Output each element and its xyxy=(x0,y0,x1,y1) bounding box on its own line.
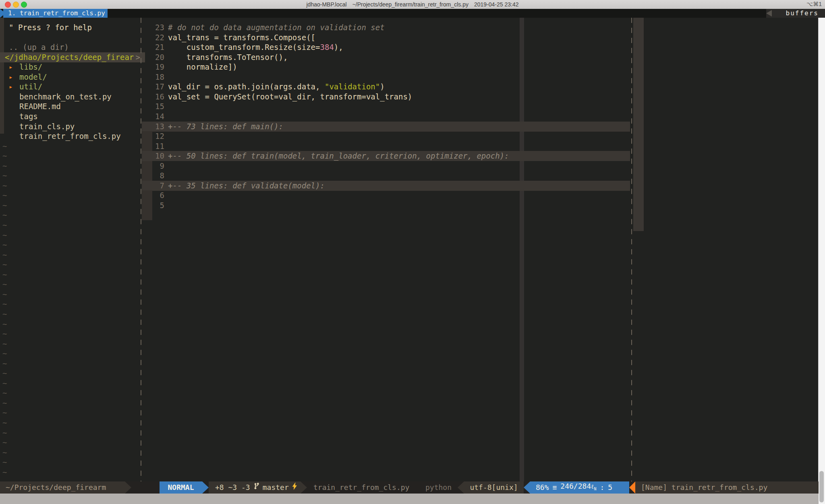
code-line[interactable]: 18 xyxy=(142,72,630,82)
code-window[interactable]: 23# do not do data augmentation on valid… xyxy=(142,18,630,481)
terminal-scrollbar[interactable] xyxy=(818,18,825,504)
code-text: normalize]) xyxy=(168,62,237,72)
buffers-label: buffers xyxy=(786,9,819,18)
code-fold-line[interactable]: 10+-- 50 lines: def train(model, train_l… xyxy=(142,151,630,161)
empty-line-tilde: ~ xyxy=(0,171,143,181)
nerdtree-dir-item[interactable]: ▸model/ xyxy=(0,72,160,82)
sign-column-cell xyxy=(142,112,152,122)
code-line[interactable]: 15 xyxy=(142,101,630,112)
gutter: 20 xyxy=(142,52,164,62)
code-fold-line[interactable]: 7+-- 35 lines: def validate(model): xyxy=(142,181,630,191)
line-number: 8 xyxy=(152,171,164,181)
empty-line-tilde: ~ xyxy=(0,418,143,428)
gutter: 23 xyxy=(142,23,164,33)
nerdtree-file-item[interactable]: README.md xyxy=(0,101,160,112)
close-window-button[interactable] xyxy=(5,2,11,8)
code-line[interactable] xyxy=(142,210,630,220)
code-text: +-- 35 lines: def validate(model): xyxy=(168,181,325,191)
tab-train-retr-from-cls[interactable]: 1. train_retr_from_cls.py xyxy=(3,9,108,18)
code-line[interactable]: 22val_trans = transforms.Compose([ xyxy=(142,33,630,43)
scroll-percent: 86% xyxy=(536,481,549,494)
window-separator-right[interactable] xyxy=(631,18,632,481)
empty-line-tilde: ~ xyxy=(0,359,143,369)
code-line[interactable]: 12 xyxy=(142,131,630,141)
nerdtree-file-item[interactable]: benchmark_on_test.py xyxy=(0,92,160,102)
sign-column-cell xyxy=(142,82,152,92)
zoom-window-button[interactable] xyxy=(21,2,27,8)
code-line[interactable]: 23# do not do data augmentation on valid… xyxy=(142,23,630,33)
buffers-indicator: buffers xyxy=(766,9,825,18)
col-separator: : xyxy=(600,481,604,494)
folder-collapsed-icon[interactable]: ▸ xyxy=(9,82,13,92)
line-number: 21 xyxy=(152,42,164,52)
statusline-position-segment: 86% ≡ 246/284ℓN : 5 xyxy=(530,481,629,494)
empty-line-tilde: ~ xyxy=(0,438,143,448)
gutter: 22 xyxy=(142,33,164,43)
gutter: 11 xyxy=(142,141,164,151)
plain-code: ), xyxy=(334,43,343,52)
code-line[interactable]: 16val_set = QuerySet(root=val_dir, trans… xyxy=(142,92,630,102)
empty-line-tilde: ~ xyxy=(0,151,143,161)
empty-line-tilde: ~ xyxy=(0,388,143,398)
code-line[interactable]: 14 xyxy=(142,112,630,122)
code-line[interactable]: 21 custom_transform.Resize(size=384), xyxy=(142,42,630,52)
git-hunks: +8 ~3 -3 xyxy=(215,481,250,494)
nerdtree-root-item[interactable]: </jdhao/Projects/deep_firear> xyxy=(0,52,145,62)
folder-collapsed-icon[interactable]: ▸ xyxy=(9,72,13,82)
nerdtree-dir-item[interactable]: ▸libs/ xyxy=(0,62,160,72)
nerdtree-file-item[interactable]: train_retr_from_cls.py xyxy=(0,131,160,141)
nerdtree-help-item[interactable]: " Press ? for help xyxy=(0,23,149,33)
nerdtree-up-item[interactable]: .. (up a dir) xyxy=(0,42,149,52)
gutter: 16 xyxy=(142,92,164,102)
nerdtree-file-item[interactable]: tags xyxy=(0,112,160,122)
powerline-arrow-icon xyxy=(202,481,209,494)
vim-tabline: 1. train_retr_from_cls.py buffers xyxy=(0,9,825,18)
scrollbar-thumb[interactable] xyxy=(819,471,824,502)
statusline-encoding: utf-8[unix] xyxy=(464,481,524,494)
folder-collapsed-icon[interactable]: ▸ xyxy=(9,62,13,72)
editor-workspace: " Press ? for help.. (up a dir)</jdhao/P… xyxy=(0,18,825,481)
code-line[interactable]: 11 xyxy=(142,141,630,151)
code-line[interactable]: 9 xyxy=(142,161,630,171)
tagbar-foldcolumn xyxy=(633,18,644,231)
code-text: +-- 73 lines: def main(): xyxy=(168,122,283,132)
sign-column-cell xyxy=(142,23,152,33)
code-line[interactable]: 19 normalize]) xyxy=(142,62,630,72)
sign-column-cell xyxy=(142,171,152,181)
line-number: 11 xyxy=(152,141,164,151)
empty-line-tilde: ~ xyxy=(0,349,143,359)
statusline-tagbar: [Name] train_retr_from_cls.py xyxy=(635,481,819,494)
plain-code: custom_transform.Resize(size= xyxy=(168,43,320,52)
code-line[interactable]: 20 transforms.ToTensor(), xyxy=(142,52,630,62)
sign-column-cell xyxy=(142,122,152,132)
statusline-mode: NORMAL xyxy=(160,481,202,494)
code-line[interactable]: 5 xyxy=(142,200,630,211)
empty-line-tilde: ~ xyxy=(0,181,143,191)
tagbar-panel xyxy=(633,18,819,481)
code-line[interactable]: 8 xyxy=(142,171,630,181)
gutter: 21 xyxy=(142,42,164,52)
empty-line-tilde: ~ xyxy=(0,250,143,260)
sign-column-cell xyxy=(142,101,152,112)
code-line[interactable]: 17val_dir = os.path.join(args.data, "val… xyxy=(142,82,630,92)
window-separator-left[interactable] xyxy=(141,18,141,481)
gutter: 6 xyxy=(142,190,164,200)
lines-icon: ≡ xyxy=(553,481,557,494)
empty-line-tilde: ~ xyxy=(0,289,143,300)
code-fold-line[interactable]: 13+-- 73 lines: def main(): xyxy=(142,122,630,132)
line-number: 13 xyxy=(152,122,164,132)
empty-line-tilde: ~ xyxy=(0,477,143,481)
gutter: 17 xyxy=(142,82,164,92)
string-literal: "validation" xyxy=(325,82,380,91)
nerdtree-file-item[interactable]: train_cls.py xyxy=(0,122,160,132)
nerdtree-dir-item[interactable]: ▸util/ xyxy=(0,82,160,92)
gutter: 5 xyxy=(142,200,164,211)
code-text: custom_transform.Resize(size=384), xyxy=(168,42,343,52)
line-number: 17 xyxy=(152,82,164,92)
plain-code: transforms.ToTensor(), xyxy=(168,53,288,62)
column-number: 5 xyxy=(608,481,612,494)
empty-line-tilde: ~ xyxy=(0,270,143,280)
code-text: # do not do data augmentation on validat… xyxy=(168,23,385,33)
code-line[interactable]: 6 xyxy=(142,190,630,200)
minimize-window-button[interactable] xyxy=(13,2,19,8)
